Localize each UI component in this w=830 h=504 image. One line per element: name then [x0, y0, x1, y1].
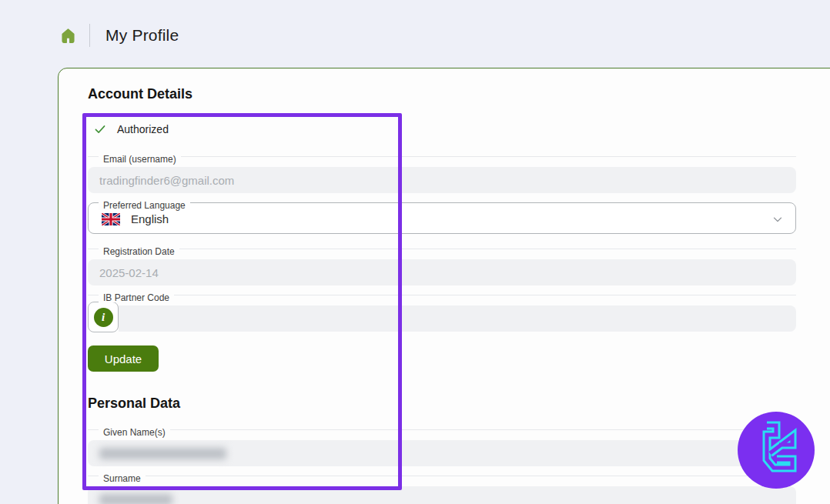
breadcrumb: My Profile	[59, 20, 179, 51]
redacted-value	[99, 494, 172, 504]
personal-data-heading: Personal Data	[88, 396, 180, 412]
field-notch-line	[88, 429, 796, 430]
language-field-group: Preferred Language English	[88, 198, 796, 236]
page-title: My Profile	[105, 26, 179, 45]
email-field-group: Email (username) tradingfinder6@gmail.co…	[88, 152, 796, 193]
profile-card: Account Details Authorized Email (userna…	[58, 68, 830, 504]
surname-group: Surname	[88, 471, 796, 504]
home-icon	[59, 27, 77, 45]
field-notch-line	[88, 476, 796, 476]
ib-info-button[interactable]: i	[88, 302, 119, 332]
ib-partner-code-label: IB Partner Code	[99, 293, 174, 302]
field-notch-line	[88, 295, 796, 295]
field-notch-line	[88, 249, 796, 249]
home-button[interactable]	[59, 26, 77, 45]
given-name-label: Given Name(s)	[99, 428, 170, 437]
chevron-down-icon[interactable]	[771, 212, 785, 226]
status-label: Authorized	[117, 123, 169, 135]
status-badge: Authorized	[93, 122, 169, 136]
redacted-value	[99, 448, 226, 459]
email-field-value: tradingfinder6@gmail.com	[99, 174, 234, 187]
language-field-label: Preferred Language	[99, 201, 190, 210]
given-name-field	[88, 440, 796, 466]
registration-date-group: Registration Date 2025-02-14	[88, 244, 796, 285]
language-select[interactable]: English	[88, 202, 796, 234]
registration-date-label: Registration Date	[99, 247, 179, 256]
surname-field	[88, 486, 796, 504]
ib-partner-code-group: IB Partner Code i	[88, 290, 796, 332]
language-selected-value: English	[131, 212, 169, 225]
field-notch-line	[88, 156, 796, 157]
given-name-group: Given Name(s)	[88, 425, 796, 466]
profile-page: My Profile Account Details Authorized Em…	[0, 0, 830, 504]
email-field-label: Email (username)	[99, 155, 181, 164]
update-button[interactable]: Update	[88, 345, 159, 372]
registration-date-value: 2025-02-14	[99, 266, 159, 279]
surname-label: Surname	[99, 474, 146, 483]
info-icon: i	[94, 308, 113, 327]
tradingfinder-logo	[738, 412, 815, 489]
ib-partner-code-input[interactable]	[119, 305, 796, 332]
email-field: tradingfinder6@gmail.com	[88, 167, 796, 193]
registration-date-field: 2025-02-14	[88, 259, 796, 285]
header-divider	[89, 24, 90, 47]
account-details-heading: Account Details	[88, 86, 192, 102]
check-icon	[93, 122, 107, 136]
uk-flag-icon	[102, 213, 120, 225]
